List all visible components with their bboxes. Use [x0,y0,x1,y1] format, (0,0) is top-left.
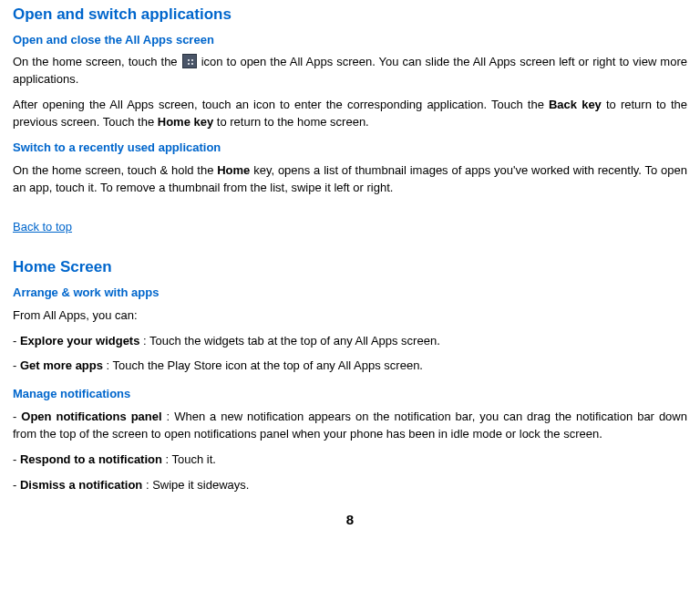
dash: - [13,478,20,492]
dash: - [13,334,20,348]
text: : Touch the Play Store icon at the top o… [107,358,423,372]
list-item-open-notifications: - Open notifications panel : When a new … [13,409,687,443]
subheading-manage-notifications: Manage notifications [13,386,687,403]
list-item-respond-notification: - Respond to a notification : Touch it. [13,452,687,469]
bold-open-notifications: Open notifications panel [21,410,161,423]
bold-explore-widgets: Explore your widgets [20,334,139,348]
paragraph-from-all-apps: From All Apps, you can: [13,307,687,325]
paragraph-recent-apps: On the home screen, touch & hold the Hom… [13,162,687,197]
bold-back-key: Back key [549,98,602,111]
paragraph-open-all-apps: On the home screen, touch the icon to op… [13,54,687,88]
paragraph-enter-app: After opening the All Apps screen, touch… [13,97,687,131]
heading-open-switch-apps: Open and switch applications [13,4,687,26]
dash: - [13,452,20,466]
text: After opening the All Apps screen, touch… [13,98,549,111]
text: : Swipe it sideways. [146,478,249,492]
bold-dismiss-notification: Dismiss a notification [20,478,142,492]
bold-respond-notification: Respond to a notification [20,452,162,466]
text: to return to the home screen. [217,115,369,129]
list-item-get-more-apps: - Get more apps : Touch the Play Store i… [13,358,687,375]
text: : Touch it. [166,452,216,466]
subheading-open-close-all-apps: Open and close the All Apps screen [13,32,687,49]
text: : Touch the widgets tab at the top of an… [143,334,440,348]
bold-get-more-apps: Get more apps [20,358,103,372]
bold-home-key: Home key [158,115,213,129]
dash: - [13,358,20,372]
dash: - [13,410,21,423]
page-number: 8 [13,510,687,530]
text: On the home screen, touch & hold the [13,163,217,177]
list-item-explore-widgets: - Explore your widgets : Touch the widge… [13,333,687,350]
bold-home: Home [217,163,250,177]
subheading-arrange-apps: Arrange & work with apps [13,285,687,302]
list-item-dismiss-notification: - Dismiss a notification : Swipe it side… [13,477,687,494]
text: On the home screen, touch the [13,55,181,68]
subheading-switch-recent: Switch to a recently used application [13,140,687,157]
heading-home-screen: Home Screen [13,256,687,279]
all-apps-icon [182,54,197,68]
back-to-top-link[interactable]: Back to top [13,219,72,236]
